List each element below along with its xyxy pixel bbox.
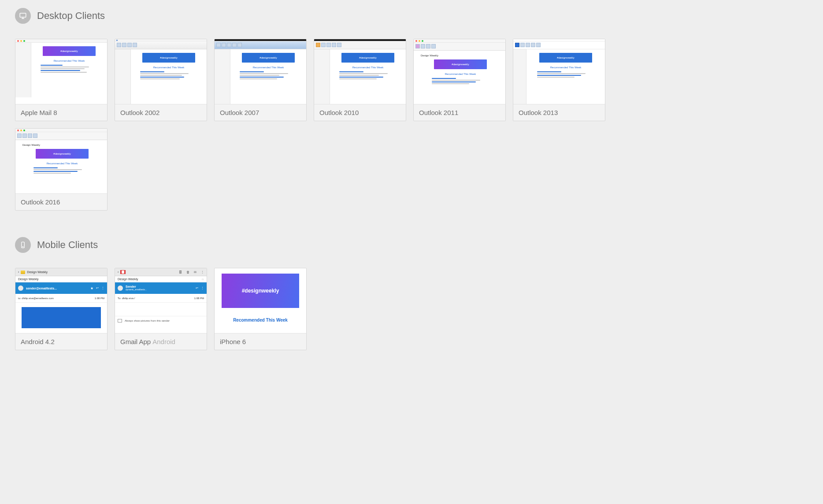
section-desktop-clients: Desktop Clients #designweekly Recommende… — [15, 8, 808, 211]
avatar-icon — [118, 285, 123, 291]
client-label: Outlook 2007 — [215, 104, 306, 121]
client-thumbnail: Design Weekly #designweekly Recommended … — [15, 129, 107, 194]
client-thumbnail: ‹ Design Weekly Design Weekly sender@ema… — [15, 268, 107, 334]
section-header-desktop: Desktop Clients — [15, 8, 808, 24]
client-thumbnail: #designweekly Recommended This Week — [115, 39, 207, 104]
section-title-desktop: Desktop Clients — [37, 10, 105, 22]
desktop-grid: #designweekly Recommended This Week Appl… — [15, 39, 808, 211]
avatar-icon — [18, 285, 23, 291]
client-card-outlook-2013[interactable]: #designweekly Recommended This Week Outl… — [513, 39, 605, 121]
client-card-apple-mail-8[interactable]: #designweekly Recommended This Week Appl… — [15, 39, 108, 121]
client-thumbnail: #designweekly Recommended This Week — [215, 39, 306, 104]
client-label: Apple Mail 8 — [15, 104, 107, 121]
client-card-outlook-2011[interactable]: Design Weekly #designweekly Recommended … — [413, 39, 506, 121]
gmail-icon — [120, 270, 126, 274]
client-label: Outlook 2016 — [15, 194, 107, 210]
trash-icon: 🗑 — [186, 271, 189, 274]
client-label: Outlook 2002 — [115, 104, 207, 121]
client-thumbnail: #designweekly Recommended This Week — [215, 268, 306, 334]
reply-icon: ↩ — [196, 286, 198, 290]
archive-icon: 🗄 — [179, 271, 182, 274]
client-thumbnail: #designweekly Recommended This Week — [513, 39, 605, 104]
client-label: Outlook 2010 — [314, 104, 406, 121]
client-card-android-4-2[interactable]: ‹ Design Weekly Design Weekly sender@ema… — [15, 268, 108, 350]
mobile-grid: ‹ Design Weekly Design Weekly sender@ema… — [15, 268, 808, 350]
client-card-outlook-2010[interactable]: #designweekly Recommended This Week Outl… — [314, 39, 406, 121]
reply-icon: ↩ — [96, 286, 99, 290]
section-header-mobile: Mobile Clients — [15, 237, 808, 253]
client-card-outlook-2016[interactable]: Design Weekly #designweekly Recommended … — [15, 128, 108, 211]
section-title-mobile: Mobile Clients — [37, 239, 98, 251]
menu-icon: ⋮ — [201, 271, 204, 274]
client-card-outlook-2002[interactable]: #designweekly Recommended This Week Outl… — [115, 39, 207, 121]
client-card-iphone-6[interactable]: #designweekly Recommended This Week iPho… — [214, 268, 307, 350]
client-thumbnail: #designweekly Recommended This Week — [15, 39, 107, 104]
image-icon — [118, 319, 122, 322]
svg-rect-0 — [20, 13, 26, 17]
menu-icon: ⋮ — [201, 286, 204, 290]
mobile-icon — [15, 237, 31, 253]
svg-point-2 — [22, 246, 23, 247]
client-thumbnail: Design Weekly #designweekly Recommended … — [414, 39, 505, 104]
menu-icon: ⋮ — [101, 286, 104, 290]
client-thumbnail: #designweekly Recommended This Week — [314, 39, 406, 104]
client-card-outlook-2007[interactable]: #designweekly Recommended This Week Outl… — [214, 39, 307, 121]
client-label: Outlook 2013 — [513, 104, 605, 121]
client-card-gmail-app-android[interactable]: ‹ 🗄 🗑 ✉ ⋮ Design Weekly ☆ S — [115, 268, 207, 350]
back-icon: ‹ — [18, 271, 19, 274]
client-label: Outlook 2011 — [414, 104, 505, 121]
mail-icon: ✉ — [194, 271, 196, 274]
client-label: iPhone 6 — [215, 334, 306, 350]
back-icon: ‹ — [118, 271, 119, 274]
desktop-icon — [15, 8, 31, 24]
client-label: Android 4.2 — [15, 334, 107, 350]
section-mobile-clients: Mobile Clients ‹ Design Weekly Design We… — [15, 237, 808, 350]
client-thumbnail: ‹ 🗄 🗑 ✉ ⋮ Design Weekly ☆ S — [115, 268, 207, 334]
client-label: Gmail AppAndroid — [115, 334, 207, 350]
app-icon — [21, 271, 25, 274]
